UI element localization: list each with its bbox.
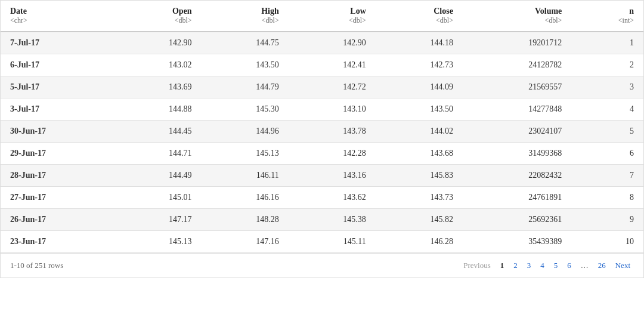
- page-1-button[interactable]: 1: [497, 260, 508, 272]
- cell-close-6: 143.68: [376, 143, 463, 165]
- cell-volume-10: 35439389: [463, 231, 571, 253]
- cell-low-8: 143.62: [289, 187, 376, 209]
- col-label-n: n: [629, 7, 634, 16]
- row-count-label: 1-10 of 251 rows: [10, 261, 63, 270]
- col-label-date: Date: [10, 7, 27, 16]
- cell-high-4: 145.30: [202, 98, 289, 121]
- page-2-button[interactable]: 2: [510, 260, 521, 272]
- cell-close-10: 146.28: [376, 231, 463, 253]
- cell-volume-5: 23024107: [463, 121, 571, 143]
- cell-date-7: 28-Jun-17: [1, 165, 114, 187]
- cell-volume-7: 22082432: [463, 165, 571, 187]
- col-label-volume: Volume: [535, 7, 562, 16]
- cell-open-5: 144.45: [114, 121, 201, 143]
- cell-high-3: 144.79: [202, 76, 289, 98]
- cell-date-6: 29-Jun-17: [1, 143, 114, 165]
- page-6-button[interactable]: 6: [564, 260, 575, 272]
- cell-close-3: 144.09: [376, 76, 463, 98]
- table-row: 7-Jul-17142.90144.75142.90144.1819201712…: [1, 32, 643, 54]
- table-row: 26-Jun-17147.17148.28145.38145.822569236…: [1, 209, 643, 231]
- cell-open-8: 145.01: [114, 187, 201, 209]
- col-header-n: n <int>: [571, 1, 643, 32]
- col-subtype-date: <chr>: [10, 16, 104, 25]
- cell-close-7: 145.83: [376, 165, 463, 187]
- cell-high-5: 144.96: [202, 121, 289, 143]
- cell-low-2: 142.41: [289, 54, 376, 76]
- cell-open-1: 142.90: [114, 32, 201, 54]
- cell-open-3: 143.69: [114, 76, 201, 98]
- col-subtype-volume: <dbl>: [472, 16, 562, 25]
- cell-date-2: 6-Jul-17: [1, 54, 114, 76]
- col-subtype-open: <dbl>: [123, 16, 191, 25]
- cell-open-10: 145.13: [114, 231, 201, 253]
- col-subtype-n: <int>: [581, 16, 634, 25]
- cell-low-1: 142.90: [289, 32, 376, 54]
- cell-open-2: 143.02: [114, 54, 201, 76]
- table-body: 7-Jul-17142.90144.75142.90144.1819201712…: [1, 32, 643, 253]
- col-header-close: Close <dbl>: [376, 1, 463, 32]
- cell-open-7: 144.49: [114, 165, 201, 187]
- page-26-button[interactable]: 26: [595, 260, 609, 272]
- cell-low-5: 143.78: [289, 121, 376, 143]
- cell-low-6: 142.28: [289, 143, 376, 165]
- cell-open-6: 144.71: [114, 143, 201, 165]
- cell-high-10: 147.16: [202, 231, 289, 253]
- pagination: Previous 1 2 3 4 5 6 … 26 Next: [460, 260, 634, 272]
- table-footer: 1-10 of 251 rows Previous 1 2 3 4 5 6 … …: [1, 253, 643, 278]
- cell-volume-2: 24128782: [463, 54, 571, 76]
- cell-volume-1: 19201712: [463, 32, 571, 54]
- cell-date-10: 23-Jun-17: [1, 231, 114, 253]
- col-header-open: Open <dbl>: [114, 1, 201, 32]
- cell-n-10: 10: [571, 231, 643, 253]
- table-row: 5-Jul-17143.69144.79142.72144.0921569557…: [1, 76, 643, 98]
- cell-close-2: 142.73: [376, 54, 463, 76]
- table-row: 6-Jul-17143.02143.50142.41142.7324128782…: [1, 54, 643, 76]
- page-3-button[interactable]: 3: [524, 260, 535, 272]
- cell-high-8: 146.16: [202, 187, 289, 209]
- cell-n-3: 3: [571, 76, 643, 98]
- cell-n-1: 1: [571, 32, 643, 54]
- page-4-button[interactable]: 4: [537, 260, 548, 272]
- cell-open-4: 144.88: [114, 98, 201, 121]
- cell-date-1: 7-Jul-17: [1, 32, 114, 54]
- cell-low-10: 145.11: [289, 231, 376, 253]
- table-row: 3-Jul-17144.88145.30143.10143.5014277848…: [1, 98, 643, 121]
- col-header-low: Low <dbl>: [289, 1, 376, 32]
- data-table: Date <chr> Open <dbl> High <dbl> Low <db…: [1, 1, 643, 253]
- cell-high-6: 145.13: [202, 143, 289, 165]
- cell-low-4: 143.10: [289, 98, 376, 121]
- cell-close-4: 143.50: [376, 98, 463, 121]
- col-subtype-close: <dbl>: [385, 16, 453, 25]
- col-label-open: Open: [172, 7, 192, 16]
- cell-n-4: 4: [571, 98, 643, 121]
- page-5-button[interactable]: 5: [550, 260, 562, 272]
- col-header-volume: Volume <dbl>: [463, 1, 571, 32]
- cell-volume-4: 14277848: [463, 98, 571, 121]
- cell-n-7: 7: [571, 165, 643, 187]
- cell-high-1: 144.75: [202, 32, 289, 54]
- data-table-wrapper: Date <chr> Open <dbl> High <dbl> Low <db…: [0, 0, 644, 278]
- previous-button[interactable]: Previous: [460, 260, 494, 272]
- cell-n-5: 5: [571, 121, 643, 143]
- cell-low-3: 142.72: [289, 76, 376, 98]
- cell-low-9: 145.38: [289, 209, 376, 231]
- cell-volume-8: 24761891: [463, 187, 571, 209]
- cell-volume-9: 25692361: [463, 209, 571, 231]
- next-button[interactable]: Next: [612, 260, 634, 272]
- col-label-high: High: [261, 7, 279, 16]
- cell-low-7: 143.16: [289, 165, 376, 187]
- col-header-date: Date <chr>: [1, 1, 114, 32]
- table-row: 23-Jun-17145.13147.16145.11146.283543938…: [1, 231, 643, 253]
- cell-close-9: 145.82: [376, 209, 463, 231]
- table-row: 30-Jun-17144.45144.96143.78144.022302410…: [1, 121, 643, 143]
- col-subtype-high: <dbl>: [211, 16, 279, 25]
- cell-n-9: 9: [571, 209, 643, 231]
- table-header: Date <chr> Open <dbl> High <dbl> Low <db…: [1, 1, 643, 32]
- cell-close-5: 144.02: [376, 121, 463, 143]
- cell-volume-3: 21569557: [463, 76, 571, 98]
- col-header-high: High <dbl>: [202, 1, 289, 32]
- table-row: 29-Jun-17144.71145.13142.28143.683149936…: [1, 143, 643, 165]
- pagination-ellipsis: …: [577, 260, 592, 272]
- header-row: Date <chr> Open <dbl> High <dbl> Low <db…: [1, 1, 643, 32]
- cell-close-1: 144.18: [376, 32, 463, 54]
